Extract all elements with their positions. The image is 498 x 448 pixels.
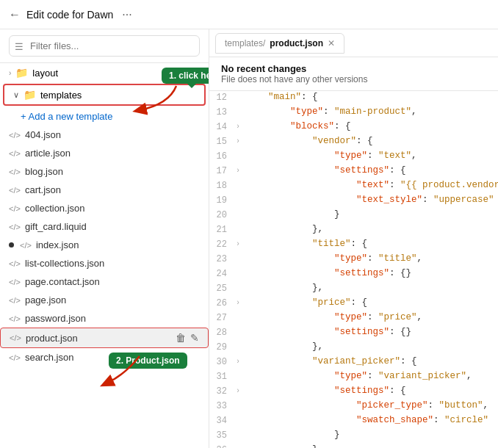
file-label: 404.json xyxy=(25,129,61,140)
code-line: 23 "type": "title", xyxy=(209,253,498,267)
code-content: }, xyxy=(246,283,498,293)
fold-chevron[interactable]: › xyxy=(236,386,246,395)
file-item-page-contact[interactable]: </> page.contact.json xyxy=(0,272,209,291)
file-item-cart[interactable]: </> cart.json xyxy=(0,181,209,199)
file-code-icon: </> xyxy=(20,241,32,250)
file-item-product[interactable]: </> product.json 🗑 ✎ xyxy=(0,328,209,348)
fold-chevron xyxy=(236,312,246,314)
line-number: 21 xyxy=(209,224,236,235)
code-content: "settings": { xyxy=(246,386,498,396)
code-content: } xyxy=(246,430,498,440)
file-label: page.contact.json xyxy=(25,276,100,287)
file-label: page.json xyxy=(25,295,66,306)
fold-chevron xyxy=(236,400,246,402)
filter-icon: ☰ xyxy=(15,40,24,51)
fold-chevron xyxy=(236,180,246,181)
line-number: 19 xyxy=(209,195,236,206)
editor-tab-product[interactable]: templates/product.json ✕ xyxy=(215,33,344,54)
file-code-icon: </> xyxy=(9,296,21,305)
fold-chevron[interactable]: › xyxy=(236,121,246,131)
code-line: 12 "main": { xyxy=(209,91,498,106)
file-label: product.json xyxy=(26,333,78,344)
file-code-icon: </> xyxy=(9,278,21,286)
more-options-button[interactable]: ··· xyxy=(122,8,131,21)
fold-chevron xyxy=(236,415,246,416)
no-changes-subtitle: File does not have any other versions xyxy=(221,74,486,84)
line-number: 15 xyxy=(209,136,236,147)
fold-chevron xyxy=(236,342,246,343)
file-item-404[interactable]: </> 404.json xyxy=(0,126,209,144)
code-content: }, xyxy=(246,444,498,448)
tab-close-button[interactable]: ✕ xyxy=(328,38,335,48)
templates-chevron: ∨ xyxy=(13,90,19,100)
code-line: 27 "type": "price", xyxy=(209,311,498,326)
file-item-list-collections[interactable]: </> list-collections.json xyxy=(0,254,209,272)
file-item-collection[interactable]: </> collection.json xyxy=(0,199,209,217)
code-content: "blocks": { xyxy=(246,121,498,131)
templates-folder-icon: 📁 xyxy=(24,89,36,101)
file-code-icon: </> xyxy=(9,204,21,213)
annotation-bubble-2: 2. Product.json xyxy=(109,353,187,369)
code-content: "type": "variant_picker", xyxy=(246,371,498,381)
code-content: "picker_type": "button", xyxy=(246,400,498,411)
edit-icon[interactable]: ✎ xyxy=(190,332,199,344)
file-item-password[interactable]: </> password.json xyxy=(0,309,209,328)
code-line: 26› "price": { xyxy=(209,297,498,311)
modified-dot xyxy=(9,242,14,248)
code-line: 32› "settings": { xyxy=(209,385,498,400)
code-line: 22› "title": { xyxy=(209,238,498,253)
fold-chevron xyxy=(236,253,246,255)
filter-input[interactable] xyxy=(9,35,200,57)
file-code-icon: </> xyxy=(9,353,21,362)
fold-chevron[interactable]: › xyxy=(236,239,246,248)
tab-filename: product.json xyxy=(270,38,323,48)
template-files-list: </> 404.json </> article.json </> blog.j… xyxy=(0,126,209,366)
line-number: 36 xyxy=(209,444,236,448)
sidebar: ☰ › 📁 layout ∨ 📁 templates 1. click here xyxy=(0,29,209,448)
file-item-gift-card[interactable]: </> gift_card.liquid xyxy=(0,217,209,236)
sidebar-item-templates[interactable]: ∨ 📁 templates xyxy=(3,84,206,106)
fold-chevron[interactable]: › xyxy=(236,356,246,366)
file-item-page[interactable]: </> page.json xyxy=(0,291,209,309)
code-line: 25 }, xyxy=(209,282,498,297)
line-number: 20 xyxy=(209,209,236,220)
fold-chevron[interactable]: › xyxy=(236,136,246,145)
file-label: password.json xyxy=(25,313,86,324)
folder-icon: 📁 xyxy=(15,67,28,79)
back-button[interactable]: ← xyxy=(9,8,21,21)
fold-chevron[interactable]: › xyxy=(236,297,246,307)
code-line: 28 "settings": {} xyxy=(209,326,498,341)
line-number: 16 xyxy=(209,151,236,162)
file-item-blog[interactable]: </> blog.json xyxy=(0,162,209,181)
code-area[interactable]: 12 "main": {13 "type": "main-product",14… xyxy=(209,91,498,448)
no-changes-title: No recent changes xyxy=(221,63,486,74)
delete-icon[interactable]: 🗑 xyxy=(176,332,186,344)
fold-chevron xyxy=(236,92,246,93)
code-content: "settings": { xyxy=(246,165,498,176)
file-item-index[interactable]: </> index.json xyxy=(0,236,209,254)
code-content: }, xyxy=(246,342,498,352)
file-code-icon: </> xyxy=(9,131,21,140)
fold-chevron[interactable]: › xyxy=(236,165,246,175)
code-content: "type": "title", xyxy=(246,253,498,264)
file-label: collection.json xyxy=(25,203,85,214)
fold-chevron xyxy=(236,209,246,211)
line-number: 23 xyxy=(209,253,236,264)
code-content: "text_style": "uppercase" xyxy=(246,195,498,205)
line-number: 28 xyxy=(209,327,236,338)
file-label: index.json xyxy=(36,239,79,250)
line-number: 33 xyxy=(209,400,236,411)
line-number: 22 xyxy=(209,239,236,250)
code-content: }, xyxy=(246,224,498,234)
add-template-button[interactable]: + Add a new template xyxy=(0,107,209,126)
file-item-article[interactable]: </> article.json xyxy=(0,144,209,162)
line-number: 26 xyxy=(209,297,236,308)
code-line: 19 "text_style": "uppercase" xyxy=(209,194,498,209)
code-line: 20 } xyxy=(209,209,498,223)
title-bar: ← Edit code for Dawn ··· xyxy=(0,0,498,29)
fold-chevron xyxy=(236,444,246,446)
line-number: 32 xyxy=(209,386,236,397)
fold-chevron xyxy=(236,430,246,431)
code-content: "type": "main-product", xyxy=(246,106,498,117)
line-number: 25 xyxy=(209,283,236,294)
